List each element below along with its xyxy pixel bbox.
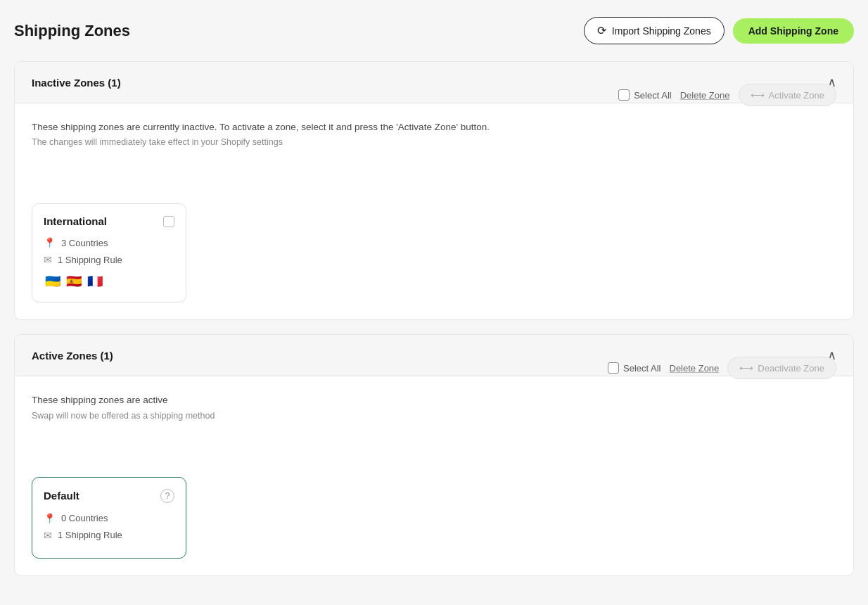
inactive-select-all-checkbox[interactable] [618,89,630,101]
inactive-actions-row: These shipping zones are currently inact… [32,120,836,161]
active-description-line2: Swap will now be offered as a shipping m… [32,411,608,421]
default-countries-info: 📍 0 Countries [44,513,174,524]
location-icon-default: 📍 [44,513,56,524]
activate-zone-button[interactable]: ⟷ Activate Zone [739,84,837,106]
international-card-title: International [44,215,107,227]
add-shipping-zone-button[interactable]: Add Shipping Zone [733,18,854,44]
header-actions: ⟳ Import Shipping Zones Add Shipping Zon… [584,17,854,44]
international-flags: 🇺🇦 🇪🇸 🇫🇷 [44,272,174,291]
active-actions-row: These shipping zones are active Swap wil… [32,393,836,434]
page-title: Shipping Zones [14,22,130,40]
active-zones-grid: Default ? 📍 0 Countries ✉ 1 Shipping Rul… [32,477,836,559]
active-zones-body: These shipping zones are active Swap wil… [15,376,853,575]
activate-icon: ⟷ [751,89,765,101]
default-card-header: Default ? [44,489,174,503]
inactive-description-line2: The changes will immediately take effect… [32,137,618,147]
international-card-header: International [44,215,174,227]
import-shipping-zones-button[interactable]: ⟳ Import Shipping Zones [584,17,725,44]
active-description-line1: These shipping zones are active [32,393,608,407]
international-shipping-info: ✉ 1 Shipping Rule [44,254,174,265]
international-zone-card[interactable]: International 📍 3 Countries ✉ 1 Shipping… [32,203,186,302]
active-zones-title: Active Zones (1) [32,350,113,362]
help-icon[interactable]: ? [160,489,174,503]
inactive-zone-actions: Select All Delete Zone ⟷ Activate Zone [618,84,836,106]
default-zone-card[interactable]: Default ? 📍 0 Countries ✉ 1 Shipping Rul… [32,477,186,559]
default-card-title: Default [44,490,79,502]
inactive-select-all-label: Select All [634,90,671,101]
active-select-all-wrapper[interactable]: Select All [608,362,660,374]
active-zone-actions: Select All Delete Zone ⟷ Deactivate Zone [608,357,836,379]
international-card-checkbox[interactable] [163,216,174,227]
active-select-all-label: Select All [623,363,660,374]
active-select-all-checkbox[interactable] [608,362,619,374]
mail-icon: ✉ [44,254,52,265]
inactive-description: These shipping zones are currently inact… [32,120,618,161]
active-zones-section: Active Zones (1) ∧ These shipping zones … [14,334,854,575]
deactivate-icon: ⟷ [739,362,753,374]
flag-france: 🇫🇷 [86,272,104,291]
active-delete-zone-button[interactable]: Delete Zone [670,363,720,374]
flag-spain: 🇪🇸 [65,272,83,291]
inactive-delete-zone-button[interactable]: Delete Zone [680,90,730,101]
inactive-zones-body: These shipping zones are currently inact… [15,103,853,319]
default-shipping-info: ✉ 1 Shipping Rule [44,530,174,541]
location-icon: 📍 [44,237,56,248]
flag-ukraine: 🇺🇦 [44,272,62,291]
import-icon: ⟳ [597,24,606,37]
inactive-zones-title: Inactive Zones (1) [32,77,121,89]
international-countries-info: 📍 3 Countries [44,237,174,248]
active-description: These shipping zones are active Swap wil… [32,393,608,434]
inactive-zones-grid: International 📍 3 Countries ✉ 1 Shipping… [32,203,836,302]
mail-icon-default: ✉ [44,530,52,541]
deactivate-zone-button[interactable]: ⟷ Deactivate Zone [727,357,836,379]
inactive-select-all-wrapper[interactable]: Select All [618,89,671,101]
page-header: Shipping Zones ⟳ Import Shipping Zones A… [14,17,854,44]
inactive-zones-section: Inactive Zones (1) ∧ These shipping zone… [14,61,854,320]
inactive-description-line1: These shipping zones are currently inact… [32,120,618,134]
